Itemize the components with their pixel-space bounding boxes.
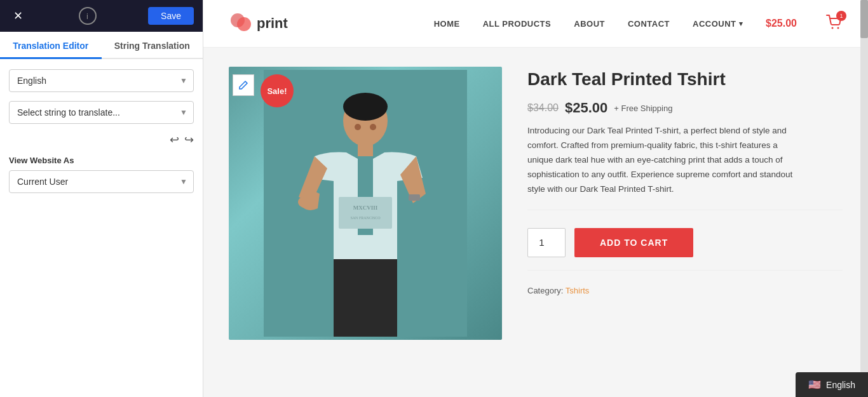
logo[interactable]: print xyxy=(229,11,288,36)
pencil-icon xyxy=(238,80,248,90)
view-as-label: View Website As xyxy=(9,156,194,165)
view-as-select[interactable]: Current User Guest Admin xyxy=(9,170,194,193)
chevron-down-icon: ▾ xyxy=(739,20,743,28)
svg-point-14 xyxy=(355,124,361,130)
nav-account[interactable]: ACCOUNT ▾ xyxy=(693,19,743,29)
sale-badge: Sale! xyxy=(261,74,294,107)
product-image: MXCVIII SAN FRANCISCO xyxy=(229,67,502,340)
svg-text:SAN FRANCISCO: SAN FRANCISCO xyxy=(350,216,381,220)
nav-home[interactable]: HOME xyxy=(434,19,460,29)
product-photo: MXCVIII SAN FRANCISCO xyxy=(264,70,467,337)
language-dropdown-wrap: English French Spanish German ▼ xyxy=(9,69,194,92)
sidebar: ✕ i Save Translation Editor String Trans… xyxy=(0,0,203,397)
view-as-dropdown-wrap: Current User Guest Admin ▼ xyxy=(9,170,194,193)
svg-point-15 xyxy=(370,124,376,130)
svg-point-3 xyxy=(837,27,839,29)
svg-point-2 xyxy=(832,27,834,29)
cart-icon-wrap[interactable]: 1 xyxy=(826,15,843,32)
sidebar-body: English French Spanish German ▼ Select s… xyxy=(0,59,203,203)
sidebar-header: ✕ i Save xyxy=(0,0,203,32)
save-button[interactable]: Save xyxy=(148,7,194,25)
undo-redo-controls: ↩ ↪ xyxy=(9,133,194,147)
logo-text: print xyxy=(257,15,288,32)
product-title: Dark Teal Printed Tshirt xyxy=(527,69,843,90)
logo-icon xyxy=(229,11,253,36)
sidebar-tabs: Translation Editor String Translation xyxy=(0,32,203,59)
tab-translation-editor[interactable]: Translation Editor xyxy=(0,32,102,59)
redo-button[interactable]: ↪ xyxy=(184,133,194,147)
svg-text:MXCVIII: MXCVIII xyxy=(353,205,378,211)
add-to-cart-button[interactable]: ADD TO CART xyxy=(574,228,693,257)
language-label: English xyxy=(826,380,855,390)
nav-all-products[interactable]: ALL PRODUCTS xyxy=(483,19,552,29)
svg-rect-11 xyxy=(409,194,420,201)
nav-price: $25.00 xyxy=(766,18,797,29)
close-button[interactable]: ✕ xyxy=(9,7,27,25)
price-new: $25.00 xyxy=(565,100,607,116)
free-shipping: + Free Shipping xyxy=(614,104,672,113)
divider-2 xyxy=(527,270,843,271)
product-image-wrap: Sale! MXCVIII xyxy=(229,67,502,340)
add-to-cart-row: ADD TO CART xyxy=(527,228,843,257)
scrollbar[interactable] xyxy=(860,0,868,397)
product-info: Dark Teal Printed Tshirt $34.00 $25.00 +… xyxy=(527,67,843,378)
language-bar[interactable]: 🇺🇸 English xyxy=(796,372,868,397)
quantity-input[interactable] xyxy=(527,228,566,257)
divider xyxy=(527,210,843,210)
nav-about[interactable]: ABOUT xyxy=(574,19,605,29)
nav-links: HOME ALL PRODUCTS ABOUT CONTACT ACCOUNT … xyxy=(434,15,843,32)
svg-point-1 xyxy=(237,17,251,31)
language-select[interactable]: English French Spanish German xyxy=(9,69,194,92)
price-row: $34.00 $25.00 + Free Shipping xyxy=(527,100,843,116)
svg-rect-8 xyxy=(339,197,392,229)
string-dropdown-wrap: Select string to translate... ▼ xyxy=(9,101,194,124)
navbar: print HOME ALL PRODUCTS ABOUT CONTACT AC… xyxy=(203,0,868,48)
price-old: $34.00 xyxy=(527,102,559,114)
product-description: Introducing our Dark Teal Printed T-shir… xyxy=(527,124,794,197)
category-row: Category: Tshirts xyxy=(527,286,843,295)
string-select[interactable]: Select string to translate... xyxy=(9,101,194,124)
tab-string-translation[interactable]: String Translation xyxy=(102,32,203,59)
main-content: print HOME ALL PRODUCTS ABOUT CONTACT AC… xyxy=(203,0,868,397)
svg-point-6 xyxy=(343,93,388,121)
info-button[interactable]: i xyxy=(79,7,97,25)
category-label: Category: xyxy=(527,286,563,295)
language-flag: 🇺🇸 xyxy=(808,379,821,391)
scrollbar-thumb[interactable] xyxy=(860,0,868,38)
cart-badge: 1 xyxy=(836,11,846,21)
undo-button[interactable]: ↩ xyxy=(170,133,179,147)
nav-contact[interactable]: CONTACT xyxy=(628,19,670,29)
category-link[interactable]: Tshirts xyxy=(566,286,590,295)
svg-rect-7 xyxy=(358,144,373,156)
svg-rect-13 xyxy=(334,259,397,337)
page-body: Sale! MXCVIII xyxy=(203,48,868,397)
edit-pencil-button[interactable] xyxy=(233,74,254,96)
